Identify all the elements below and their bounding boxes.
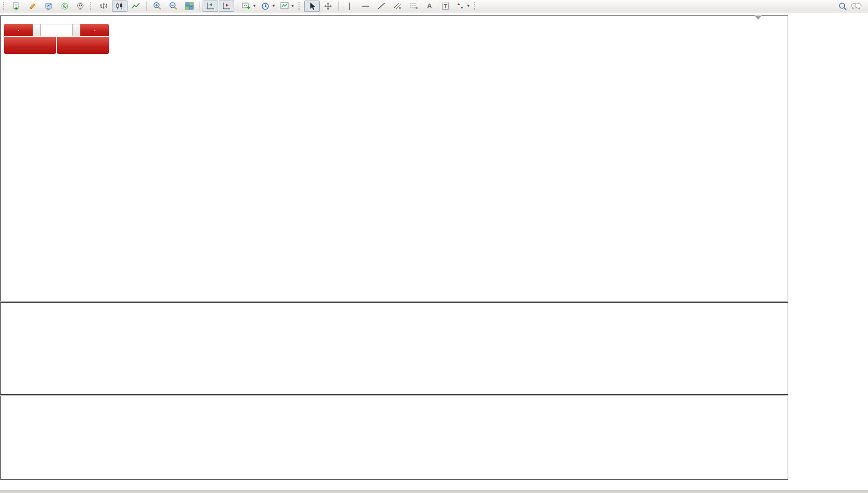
window-bottom-strip <box>0 490 868 493</box>
bar-chart-icon <box>99 2 108 10</box>
chevron-down-icon: ▼ <box>252 4 257 8</box>
time-axis[interactable] <box>0 480 868 490</box>
chat-icon[interactable] <box>850 2 862 11</box>
candlestick-chart-button[interactable] <box>112 1 127 12</box>
chart-shift-button[interactable] <box>203 1 218 12</box>
rsi-pane-canvas[interactable] <box>0 396 788 479</box>
buy-button[interactable] <box>80 24 109 36</box>
zoom-in-button[interactable] <box>149 1 165 12</box>
search-icon[interactable] <box>838 2 847 11</box>
one-click-trading-panel <box>4 24 109 54</box>
cursor-icon <box>308 2 316 10</box>
volume-decrease-button[interactable] <box>33 24 41 36</box>
line-chart-button[interactable] <box>128 1 144 12</box>
line-chart-icon <box>131 2 140 10</box>
volume-increase-button[interactable] <box>72 24 80 36</box>
svg-text:F: F <box>416 7 418 10</box>
new-chart-icon <box>242 2 250 10</box>
tile-windows-button[interactable] <box>181 1 197 12</box>
pane-divider-macd-rsi[interactable] <box>0 394 788 396</box>
toolbar-grip <box>298 2 302 10</box>
pane-divider-main-macd[interactable] <box>0 301 788 303</box>
zoom-out-button[interactable] <box>165 1 181 12</box>
equidistant-channel-icon: E <box>393 2 402 10</box>
toolbar-grip <box>90 2 93 10</box>
horizontal-line-button[interactable] <box>358 1 373 12</box>
auto-scroll-icon <box>222 2 231 10</box>
styles-button[interactable] <box>25 1 40 12</box>
vertical-line-icon <box>346 2 352 10</box>
equidistant-channel-button[interactable]: E <box>390 1 405 12</box>
new-chart-button[interactable]: ▼ <box>240 1 259 12</box>
vertical-line-button[interactable] <box>341 1 357 12</box>
chevron-down-icon: ▼ <box>291 4 295 8</box>
autotrading-button[interactable] <box>73 1 89 12</box>
chevron-down-icon: ▼ <box>466 4 471 8</box>
autotrading-icon <box>76 2 84 10</box>
candlestick-chart-icon <box>115 2 124 10</box>
horizontal-line-icon <box>361 3 370 10</box>
cursor-button[interactable] <box>304 1 320 12</box>
zoom-in-icon <box>153 2 162 10</box>
trendline-button[interactable] <box>374 1 389 12</box>
toolbar-separator <box>338 2 339 11</box>
fibonacci-button[interactable]: F <box>406 1 421 12</box>
text-label-icon: T <box>442 3 449 10</box>
toolbar-grip <box>3 2 6 10</box>
text-label-button[interactable]: T <box>438 1 453 12</box>
sell-price-display[interactable] <box>4 37 56 54</box>
volume-input[interactable] <box>41 24 72 36</box>
arrows-button[interactable]: ▼ <box>454 1 473 12</box>
periods-button[interactable]: ▼ <box>259 1 278 12</box>
arrows-icon <box>456 2 464 10</box>
profiles-icon <box>45 2 53 10</box>
text-icon: A <box>427 2 432 10</box>
toolbar-grip <box>474 2 477 10</box>
scroll-position-marker-icon[interactable] <box>755 16 762 20</box>
auto-scroll-button[interactable] <box>219 1 234 12</box>
text-button[interactable]: A <box>422 1 437 12</box>
alerts-button[interactable] <box>57 1 73 12</box>
indicators-button[interactable]: ▼ <box>278 1 297 12</box>
macd-pane-canvas[interactable] <box>0 303 788 394</box>
zoom-out-icon <box>169 2 178 10</box>
price-scale[interactable] <box>788 16 868 480</box>
new-order-button[interactable] <box>9 1 24 12</box>
buy-price-display[interactable] <box>57 37 109 54</box>
toolbar-separator <box>237 2 237 11</box>
main-toolbar: ▼ ▼ ▼ E F A T ▼ <box>0 0 868 12</box>
crosshair-button[interactable] <box>320 1 336 12</box>
toolbar-separator <box>200 2 200 11</box>
main-chart-canvas[interactable] <box>0 16 788 301</box>
toolbar-separator <box>146 2 147 11</box>
chevron-down-icon: ▼ <box>272 4 276 8</box>
bar-chart-button[interactable] <box>96 1 111 12</box>
fibonacci-icon: F <box>409 2 418 10</box>
indicators-icon <box>280 2 289 10</box>
svg-text:E: E <box>399 7 401 10</box>
paintbrush-icon <box>29 2 37 10</box>
signal-icon <box>61 2 69 10</box>
sell-button[interactable] <box>4 24 33 36</box>
crosshair-icon <box>324 2 332 10</box>
toolbar-right-group <box>838 2 866 11</box>
profiles-button[interactable] <box>41 1 56 12</box>
new-order-icon <box>12 2 20 10</box>
trendline-icon <box>377 2 386 10</box>
chart-shift-icon <box>206 2 215 10</box>
clock-icon <box>261 2 269 10</box>
tile-windows-icon <box>185 2 194 10</box>
